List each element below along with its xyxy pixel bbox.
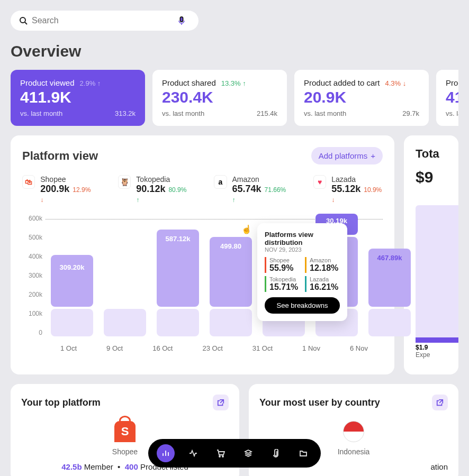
- platform-view-panel: Platform view Add platforms+ 🛍 Shopee200…: [11, 135, 394, 374]
- totals-title: Tota: [416, 147, 447, 161]
- shopee-icon: 🛍: [22, 175, 35, 189]
- metric-card-cutoff[interactable]: Product 410.5 vs. last m: [436, 70, 458, 126]
- mic-icon[interactable]: [177, 16, 186, 25]
- dock-analytics-icon[interactable]: [157, 444, 175, 462]
- platform-shopee[interactable]: 🛍 Shopee200.9k12.9% ↓: [22, 175, 92, 204]
- tokopedia-icon: 🦉: [118, 175, 131, 189]
- platforms-summary: 🛍 Shopee200.9k12.9% ↓ 🦉 Tokopedia90.12k8…: [22, 175, 383, 204]
- platform-view-chart: 600k500k400k300k200k100k0 ☝ 309.20k 587.…: [22, 215, 383, 363]
- dock-cart-icon[interactable]: [212, 444, 230, 462]
- chart-bar[interactable]: [104, 307, 146, 336]
- metric-cards-row: Product viewed2.9% ↑ 411.9K vs. last mon…: [11, 70, 458, 126]
- dock-layers-icon[interactable]: [239, 444, 257, 462]
- open-icon[interactable]: [432, 395, 448, 410]
- chart-bar[interactable]: 587.12k: [157, 227, 199, 336]
- svg-point-2: [219, 456, 220, 457]
- platform-tokopedia[interactable]: 🦉 Tokopedia90.12k80.9% ↑: [118, 175, 187, 204]
- search-input[interactable]: [32, 16, 177, 25]
- shopee-logo-large: S: [114, 421, 136, 442]
- chart-x-axis: 1 Oct9 Oct16 Oct23 Oct31 Oct1 Nov6 Nov: [46, 344, 383, 352]
- amazon-icon: a: [214, 175, 227, 189]
- page-title: Overview: [11, 42, 458, 60]
- svg-point-3: [222, 456, 223, 457]
- bottom-dock: [148, 439, 321, 468]
- svg-point-0: [20, 17, 25, 23]
- totals-bar: $1.9Expe: [416, 205, 458, 343]
- chart-bar[interactable]: 467.89k: [368, 246, 411, 336]
- lazada-icon: ♥: [313, 175, 326, 189]
- search-icon: [19, 16, 28, 25]
- platform-view-title: Platform view: [22, 149, 98, 163]
- open-icon[interactable]: [213, 395, 229, 410]
- see-breakdowns-button[interactable]: See breakdowns: [265, 297, 340, 314]
- chart-y-axis: 600k500k400k300k200k100k0: [22, 215, 46, 336]
- add-platforms-button[interactable]: Add platforms+: [311, 147, 383, 164]
- platform-lazada[interactable]: ♥ Lazada55.12k10.9% ↓: [313, 175, 383, 204]
- totals-panel: Tota $9 $1.9Expe: [404, 135, 458, 374]
- plus-icon: +: [371, 151, 375, 160]
- dock-activity-icon[interactable]: [184, 444, 202, 462]
- chart-bar[interactable]: 499.80: [210, 235, 252, 336]
- cursor-icon: ☝: [241, 224, 252, 234]
- dock-folder-icon[interactable]: [294, 444, 312, 462]
- chart-bar[interactable]: 309.20k: [51, 253, 93, 336]
- chart-tooltip: Platforms view distribution NOV 29, 2023…: [257, 223, 347, 321]
- totals-value: $9: [416, 168, 447, 186]
- dock-attachment-icon[interactable]: [267, 444, 285, 462]
- search-bar[interactable]: [11, 11, 199, 31]
- platform-amazon[interactable]: a Amazon65.74k71.66% ↑: [214, 175, 287, 204]
- metric-card-product-shared[interactable]: Product shared13.3% ↑ 230.4K vs. last mo…: [152, 70, 287, 126]
- metric-card-product-viewed[interactable]: Product viewed2.9% ↑ 411.9K vs. last mon…: [11, 70, 145, 126]
- metric-card-added-to-cart[interactable]: Product added to cart4.3% ↓ 20.9K vs. la…: [294, 70, 429, 126]
- indonesia-flag-icon: [343, 421, 364, 442]
- svg-rect-1: [181, 17, 183, 22]
